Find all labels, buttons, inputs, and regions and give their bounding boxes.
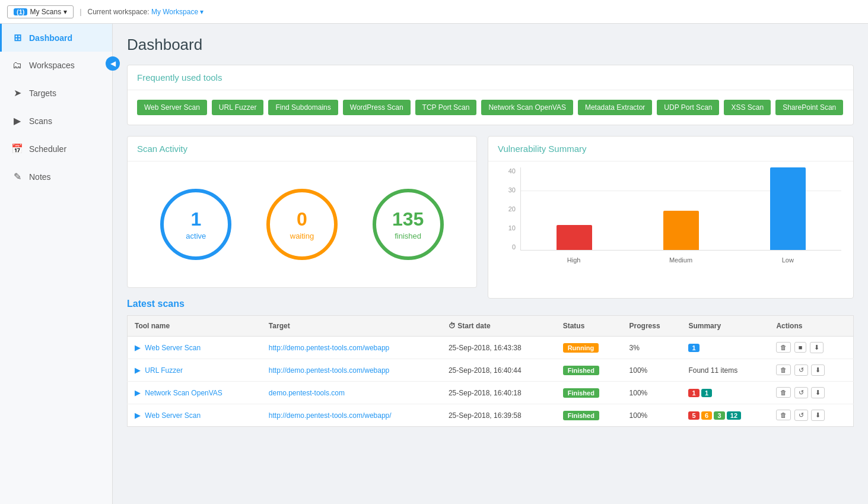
target-link[interactable]: demo.pentest-tools.com <box>269 389 345 397</box>
restart-button[interactable]: ↺ <box>794 387 808 398</box>
bar-high <box>521 167 628 250</box>
tool-name-cell: ▶ Network Scan OpenVAS <box>128 382 262 404</box>
restart-button[interactable]: ↺ <box>794 364 808 376</box>
summary-badge: 1 <box>688 344 699 352</box>
summary-badge-teal: 1 <box>701 389 712 397</box>
actions-cell: 🗑 ■ ⬇ <box>769 337 853 359</box>
sidebar-item-scans[interactable]: ▶ Scans <box>0 107 112 135</box>
tool-metadata-extractor[interactable]: Metadata Extractor <box>578 100 652 115</box>
waiting-count: 0 <box>297 208 307 230</box>
y-axis-labels: 40 30 20 10 0 <box>500 167 518 251</box>
restart-button[interactable]: ↺ <box>794 410 808 421</box>
col-target: Target <box>262 316 441 337</box>
progress-cell: 100% <box>622 382 682 404</box>
download-button[interactable]: ⬇ <box>811 364 825 376</box>
frequently-used-tools-header: Frequently used tools <box>128 65 853 90</box>
active-label: active <box>186 232 206 240</box>
col-actions: Actions <box>769 316 853 337</box>
waiting-label: waiting <box>290 232 314 240</box>
sidebar-item-label: Scans <box>29 116 52 126</box>
tool-wordpress-scan[interactable]: WordPress Scan <box>343 100 411 115</box>
tool-network-scan-openvas[interactable]: Network Scan OpenVAS <box>481 100 573 115</box>
sidebar-item-label: Notes <box>29 172 51 182</box>
actions-cell: 🗑 ↺ ⬇ <box>769 382 853 404</box>
col-start-date: ⏱ Start date <box>441 316 556 337</box>
page-title: Dashboard <box>127 36 854 54</box>
tool-sharepoint-scan[interactable]: SharePoint Scan <box>775 100 843 115</box>
play-icon: ▶ <box>135 388 141 397</box>
sidebar-item-workspaces[interactable]: 🗂 Workspaces <box>0 52 112 79</box>
summary-cell: Found 11 items <box>681 359 769 382</box>
latest-scans-table: Tool name Target ⏱ Start date Status Pro… <box>127 315 854 427</box>
sidebar-item-scheduler[interactable]: 📅 Scheduler <box>0 135 112 163</box>
download-button[interactable]: ⬇ <box>811 387 825 398</box>
dashboard-icon: ⊞ <box>11 32 23 43</box>
target-cell: demo.pentest-tools.com <box>262 382 441 404</box>
delete-button[interactable]: 🗑 <box>776 342 791 353</box>
target-link[interactable]: http://demo.pentest-tools.com/webapp/ <box>269 411 392 420</box>
target-link[interactable]: http://demo.pentest-tools.com/webapp <box>269 344 389 352</box>
tool-tcp-port-scan[interactable]: TCP Port Scan <box>415 100 477 115</box>
tool-web-server-scan[interactable]: Web Server Scan <box>137 100 207 115</box>
sidebar-item-targets[interactable]: ➤ Targets <box>0 79 112 107</box>
waiting-circle: 0 waiting <box>266 189 338 260</box>
summary-badge-5: 5 <box>688 411 699 420</box>
tool-url-fuzzer[interactable]: URL Fuzzer <box>212 100 264 115</box>
tool-name-cell: ▶ URL Fuzzer <box>128 359 262 382</box>
scan-activity-card: Scan Activity 1 active <box>127 136 477 288</box>
table-row: ▶ Web Server Scan http://demo.pentest-to… <box>128 404 854 427</box>
scans-count-badge: (1) <box>14 8 27 15</box>
waiting-circle-wrap: 0 waiting <box>266 189 338 260</box>
target-cell: http://demo.pentest-tools.com/webapp <box>262 337 441 359</box>
tool-xss-scan[interactable]: XSS Scan <box>724 100 771 115</box>
download-button[interactable]: ⬇ <box>810 342 824 353</box>
tool-find-subdomains[interactable]: Find Subdomains <box>268 100 338 115</box>
finished-circle-wrap: 135 finished <box>373 189 444 260</box>
workspace-link[interactable]: My Workspace ▾ <box>151 8 204 16</box>
sidebar-item-dashboard[interactable]: ⊞ Dashboard <box>0 24 112 52</box>
vulnerability-summary-card: Vulnerability Summary 40 30 20 10 0 <box>488 136 854 299</box>
target-cell: http://demo.pentest-tools.com/webapp/ <box>262 404 441 427</box>
topbar: (1) My Scans ▾ | Current workspace: My W… <box>0 0 868 24</box>
active-circle: 1 active <box>160 189 231 260</box>
delete-button[interactable]: 🗑 <box>776 364 791 375</box>
latest-scans-title: Latest scans <box>127 299 854 309</box>
tool-name-link[interactable]: URL Fuzzer <box>145 366 183 375</box>
bar-chart-area: 40 30 20 10 0 <box>488 161 853 274</box>
tool-udp-port-scan[interactable]: UDP Port Scan <box>657 100 719 115</box>
target-link[interactable]: http://demo.pentest-tools.com/webapp <box>269 366 389 375</box>
scheduler-icon: 📅 <box>11 143 23 154</box>
tool-name-link[interactable]: Web Server Scan <box>145 344 201 352</box>
play-icon: ▶ <box>135 343 141 352</box>
delete-button[interactable]: 🗑 <box>776 387 791 398</box>
scan-activity-body: 1 active 0 waiting <box>128 161 476 287</box>
delete-button[interactable]: 🗑 <box>776 410 791 420</box>
x-label-medium: Medium <box>627 252 734 268</box>
tool-name-link[interactable]: Web Server Scan <box>145 411 201 420</box>
active-circle-wrap: 1 active <box>160 189 231 260</box>
tool-name-cell: ▶ Web Server Scan <box>128 337 262 359</box>
sidebar-item-label: Scheduler <box>29 144 66 154</box>
table-body: ▶ Web Server Scan http://demo.pentest-to… <box>128 337 854 427</box>
activity-vulnerability-row: Scan Activity 1 active <box>127 136 854 299</box>
vulnerability-summary-col: Vulnerability Summary 40 30 20 10 0 <box>488 136 854 299</box>
layout: ⊞ Dashboard 🗂 Workspaces ➤ Targets ▶ Sca… <box>0 24 868 504</box>
summary-badge-12: 12 <box>727 411 741 420</box>
table-row: ▶ URL Fuzzer http://demo.pentest-tools.c… <box>128 359 854 382</box>
scan-activity-header: Scan Activity <box>128 137 476 161</box>
stop-button[interactable]: ■ <box>794 342 807 353</box>
download-button[interactable]: ⬇ <box>811 410 825 421</box>
bar-low <box>735 167 841 250</box>
frequently-used-tools-body: Web Server Scan URL Fuzzer Find Subdomai… <box>128 90 853 125</box>
circles-row: 1 active 0 waiting <box>137 171 467 278</box>
summary-badge-3: 3 <box>714 411 724 420</box>
sidebar-item-notes[interactable]: ✎ Notes <box>0 163 112 191</box>
sidebar-item-label: Targets <box>29 88 56 98</box>
status-badge: Finished <box>563 411 599 420</box>
tool-name-link[interactable]: Network Scan OpenVAS <box>145 389 222 397</box>
sidebar-collapse-button[interactable]: ◀ <box>106 56 120 71</box>
col-progress: Progress <box>622 316 682 337</box>
my-scans-button[interactable]: (1) My Scans ▾ <box>7 5 74 18</box>
sidebar-item-label: Workspaces <box>29 61 75 70</box>
bars-container <box>520 167 841 251</box>
